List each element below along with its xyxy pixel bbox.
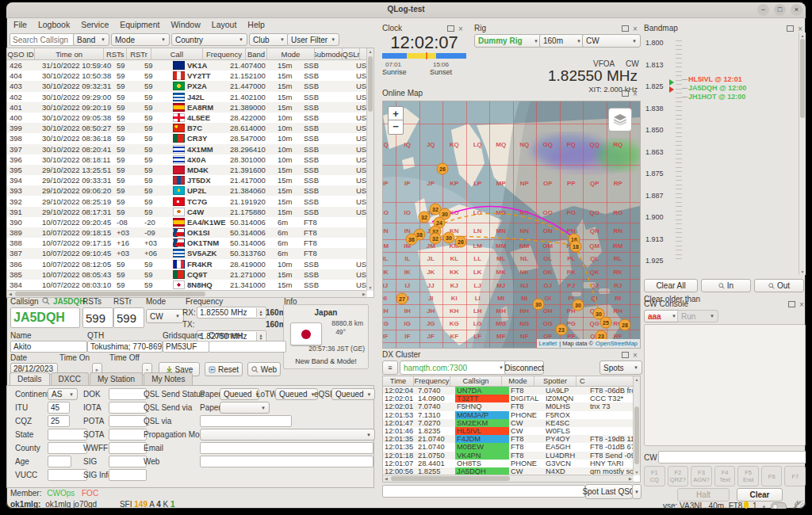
wwff-input[interactable] bbox=[109, 442, 147, 454]
email-input[interactable] bbox=[200, 442, 373, 454]
attribution-osm-link[interactable]: OpenStreetMap bbox=[596, 340, 638, 347]
grid-activity-marker[interactable]: 25 bbox=[600, 317, 612, 329]
spinner-arrows-icon[interactable]: ▲▼ bbox=[256, 332, 265, 341]
continent-combo[interactable]: AS▼ bbox=[48, 388, 78, 400]
qso-table-row[interactable]: 40130/10/2022 09:20:19 5959 EA8RM 21.389… bbox=[7, 102, 373, 113]
cw-macro-button[interactable]: F5End bbox=[737, 466, 759, 486]
iota-input[interactable] bbox=[109, 402, 147, 414]
bandmap-spot[interactable]: JH1HOT @ 12:00 bbox=[688, 93, 745, 101]
qso-table-row[interactable]: 39329/10/2022 09:06:20 5959 UP2L 21.3840… bbox=[7, 185, 373, 196]
qso-table-row[interactable]: 39229/10/2022 08:25:19 5959 TC7G 21.1919… bbox=[7, 196, 373, 206]
grid-activity-marker[interactable]: 36 bbox=[406, 234, 418, 246]
float-icon[interactable] bbox=[447, 25, 454, 32]
dx-spot-row[interactable]: 12:01:461.8235 HL5IVL CWW0FLS bbox=[383, 427, 640, 435]
resize-grip[interactable] bbox=[796, 499, 804, 507]
cw-macro-button[interactable]: F7 bbox=[784, 466, 806, 486]
country-filter-combo[interactable]: Country▼ bbox=[171, 33, 247, 46]
close-icon[interactable]: × bbox=[798, 26, 802, 32]
grid-activity-marker[interactable]: 30 bbox=[573, 299, 584, 311]
bandmap-in-button[interactable]: In bbox=[701, 279, 751, 292]
menu-item[interactable]: Window bbox=[165, 18, 205, 31]
dx-table-header[interactable]: TimeFrequency CallsignMode SpotterC bbox=[383, 376, 640, 387]
qso-table-row[interactable]: 40430/10/2022 10:50:38 5959 VY2TT 21.152… bbox=[7, 71, 373, 81]
cqz-input[interactable]: 25 bbox=[48, 415, 70, 427]
comment-input[interactable] bbox=[209, 341, 286, 353]
qso-table-row[interactable]: 38610/07/2022 08:12:05 5959 FR4KR 28.419… bbox=[7, 259, 373, 269]
menu-item[interactable]: Logbook bbox=[33, 18, 75, 31]
tab-details[interactable]: Details bbox=[10, 372, 50, 386]
online-map[interactable]: HQIQJQKQLQMQNQOQPQQQRQHPIPJPKPLPMPNPOPPP… bbox=[382, 101, 641, 349]
dx-spot-row[interactable]: 12:01:477.0270 SM2EKM CWKE4SC bbox=[383, 419, 640, 427]
qth-input[interactable]: Tokushima; 770-8691 bbox=[87, 341, 163, 353]
qso-table-row[interactable]: 38910/07/2022 09:18:15 +03-09 OK1SI 50.3… bbox=[7, 227, 373, 238]
gridsquare-input[interactable]: PM53UF bbox=[163, 341, 209, 353]
qso-table-row[interactable]: 42631/10/2022 10:59:40 5959 VK1A 21.4074… bbox=[7, 60, 373, 71]
grid-activity-marker[interactable]: 30 bbox=[443, 232, 455, 244]
dx-spot-row[interactable]: 12:01:3521.0740 F4JDM FT8PY4OY FT8 -19dB… bbox=[383, 435, 640, 443]
disconnect-button[interactable]: Disconnect bbox=[504, 360, 544, 375]
qso-table-row[interactable]: 39630/10/2022 08:18:11 5959 4X0A 28.3010… bbox=[7, 154, 373, 165]
cw-console-output[interactable] bbox=[644, 324, 806, 446]
qso-table-row[interactable]: 39730/10/2022 08:20:41 5959 4X1MM 28.296… bbox=[7, 144, 373, 154]
dx-spot-row[interactable]: 12:02:0114.0900 T32TT DIGITALIZ0MQN CCC … bbox=[383, 395, 640, 402]
spot-last-qso-button[interactable]: Spot Last QSO bbox=[585, 484, 633, 499]
mode-filter-combo[interactable]: Mode▼ bbox=[111, 33, 170, 46]
web-button[interactable]: Web bbox=[247, 362, 281, 376]
close-icon[interactable]: × bbox=[633, 353, 638, 358]
qso-table-row[interactable]: 38710/07/2022 09:10:45 +03+06 SV5AZK 50.… bbox=[7, 248, 373, 258]
menu-item[interactable]: Service bbox=[75, 18, 114, 31]
spinner-arrows-icon[interactable]: ▲▼ bbox=[256, 308, 265, 317]
grid-activity-marker[interactable]: 28 bbox=[619, 319, 631, 331]
bandmap-spot[interactable]: JA5DQH @ 12:00 bbox=[688, 84, 746, 92]
dx-spot-row[interactable]: 12:01:0728.4401 OH8TS PHONEG3VCN HNY TAR… bbox=[383, 460, 640, 467]
minimize-button[interactable]: − bbox=[757, 4, 769, 16]
spot-last-qso-dropdown[interactable]: ▼ bbox=[632, 484, 642, 499]
search-input[interactable] bbox=[10, 33, 75, 46]
grid-activity-marker[interactable]: 26 bbox=[455, 236, 467, 248]
menu-item[interactable]: Equipment bbox=[114, 18, 165, 31]
cw-clear-button[interactable]: Clear bbox=[737, 488, 783, 502]
tab-dxcc[interactable]: DXCC bbox=[51, 372, 89, 385]
dx-server-combo[interactable]: hamqth.com:7300▼ bbox=[400, 360, 508, 375]
grid-activity-marker[interactable]: 27 bbox=[396, 293, 408, 305]
age-input[interactable] bbox=[48, 456, 71, 467]
cw-macro-button[interactable]: F6 bbox=[761, 466, 783, 486]
cw-macro-button[interactable]: F1CQ bbox=[644, 466, 665, 486]
eqsl-status-combo[interactable]: Queued▼ bbox=[331, 388, 375, 400]
grid-activity-marker[interactable]: 32 bbox=[419, 212, 431, 223]
spots-view-combo[interactable]: Spots▼ bbox=[599, 360, 642, 375]
close-icon[interactable]: × bbox=[633, 26, 638, 32]
cw-macro-button[interactable]: F2QRZ? bbox=[668, 466, 689, 486]
cw-text-input[interactable] bbox=[658, 451, 806, 464]
user-filter-combo[interactable]: User Filter▼ bbox=[287, 33, 339, 46]
reset-button[interactable]: Reset bbox=[205, 362, 243, 376]
sig-input[interactable] bbox=[109, 456, 147, 467]
maximize-button[interactable]: □ bbox=[774, 4, 786, 16]
close-icon[interactable]: × bbox=[633, 91, 638, 97]
county-input[interactable] bbox=[48, 442, 87, 454]
qso-table-row[interactable]: 39930/10/2022 08:50:27 5959 B7C 28.61400… bbox=[7, 123, 373, 133]
qsl-via-input[interactable] bbox=[200, 415, 292, 427]
float-icon[interactable] bbox=[788, 301, 795, 307]
qso-table-row[interactable]: 38510/07/2022 08:05:43 5959 CQ9T 21.2710… bbox=[7, 269, 373, 280]
float-icon[interactable] bbox=[787, 25, 794, 32]
dx-spot-row[interactable]: 12:01:3521.0740 M0BEW FT8EA5GH FT8 -01dB… bbox=[383, 443, 640, 451]
qso-table-hscrollbar[interactable]: ◀▶ bbox=[7, 290, 367, 297]
dx-menu-button[interactable]: ≡ bbox=[382, 360, 398, 375]
menu-item[interactable]: File bbox=[8, 18, 33, 31]
dx-command-input[interactable] bbox=[382, 485, 585, 498]
qso-table-row[interactable]: 39529/10/2022 13:25:51 5959 MD4K 21.3916… bbox=[7, 165, 373, 175]
grid-activity-marker[interactable]: 32 bbox=[430, 233, 442, 245]
grid-activity-marker[interactable]: 18 bbox=[570, 241, 582, 253]
cw-profile-combo[interactable]: aaa▼ bbox=[644, 310, 680, 322]
club-filter-combo[interactable]: Club▼ bbox=[249, 33, 289, 46]
rig-band-combo[interactable]: 160m▼ bbox=[539, 34, 585, 48]
lotw-status-combo[interactable]: Queued▼ bbox=[275, 388, 318, 400]
float-icon[interactable] bbox=[622, 352, 629, 358]
dx-spot-row[interactable]: 12:02:017.0740 F5HNQ FT8M0LHS tnx 73 bbox=[383, 402, 640, 410]
attribution-leaflet-link[interactable]: Leaflet bbox=[539, 340, 557, 347]
qso-table-row[interactable]: 40230/10/2022 09:29:00 5959 J42L 21.4021… bbox=[7, 92, 373, 102]
tab-my-station[interactable]: My Station bbox=[90, 372, 143, 385]
menu-item[interactable]: Layout bbox=[206, 18, 243, 31]
dx-table-vscrollbar[interactable]: ▲▼ bbox=[633, 376, 640, 475]
